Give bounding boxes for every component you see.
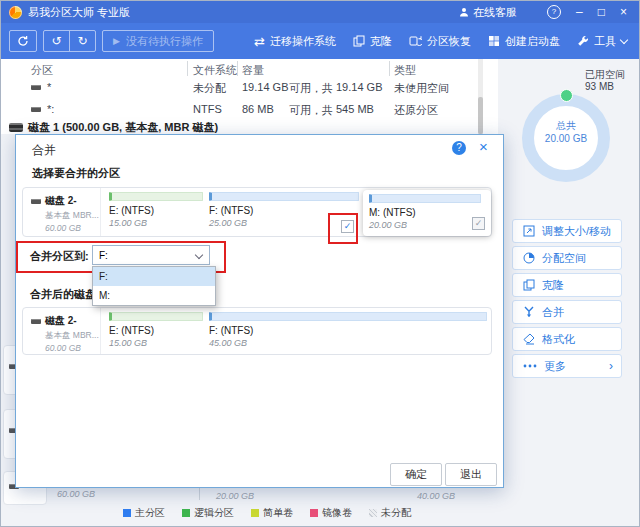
create-boot-disk-label: 创建启动盘 <box>505 34 560 49</box>
clone-action-button[interactable]: 克隆 <box>512 273 622 297</box>
chevron-right-icon: › <box>609 359 613 373</box>
result-f-size: 45.00 GB <box>209 338 487 348</box>
legend-swatch-logical <box>182 509 190 517</box>
partition-f-checkbox[interactable]: ✓ <box>341 220 354 233</box>
result-bar-f <box>209 312 487 321</box>
person-icon <box>459 7 469 17</box>
result-disk-size: 60.00 GB <box>45 343 100 353</box>
partition-bar-e <box>109 192 203 201</box>
undo-redo-group: ↺ ↻ <box>43 30 96 52</box>
partition-m-checkbox[interactable]: ✓ <box>472 217 485 230</box>
disk1-row[interactable]: 磁盘 1 (500.00 GB, 基本盘, MBR 磁盘) <box>9 120 218 135</box>
refresh-icon <box>17 35 29 47</box>
merge-action-button[interactable]: 合并 <box>512 300 622 324</box>
result-disk-subtype: 基本盘 MBR... <box>45 330 100 342</box>
donut-center-text: 总共 20.00 GB <box>522 119 610 145</box>
result-e-size: 15.00 GB <box>109 338 203 348</box>
undo-button[interactable]: ↺ <box>44 31 69 51</box>
dropdown-option-m[interactable]: M: <box>93 286 215 305</box>
dialog-close-icon[interactable]: × <box>479 138 488 155</box>
clone-button[interactable]: 克隆 <box>353 34 392 49</box>
legend-swatch-mirror <box>310 509 318 517</box>
partition-m-size: 20.00 GB <box>369 220 485 230</box>
migrate-os-button[interactable]: ⇄ 迁移操作系统 <box>254 34 336 49</box>
disk-icon <box>31 199 41 204</box>
result-bar-e <box>109 312 203 321</box>
partition-bar-m <box>369 194 481 203</box>
used-space-value: 93 MB <box>585 81 625 93</box>
disk1-label: 磁盘 1 (500.00 GB, 基本盘, MBR 磁盘) <box>28 120 218 135</box>
app-title: 易我分区大师 专业版 <box>28 5 130 20</box>
col-header-partition: 分区 <box>31 63 53 78</box>
play-icon: ▶ <box>113 36 120 46</box>
row1-type: 还原分区 <box>394 103 438 118</box>
dialog-help-icon[interactable]: ? <box>452 141 466 155</box>
merge-dialog: 合并 ? × 选择要合并的分区 磁盘 2- 基本盘 MBR... 60.00 G… <box>15 134 504 488</box>
close-button[interactable]: × <box>620 6 627 18</box>
clone-action-label: 克隆 <box>542 278 564 293</box>
pie-icon <box>523 252 535 264</box>
bg-size-2: 40.00 GB <box>417 491 455 501</box>
table-row[interactable]: *: <box>47 103 54 115</box>
tools-button[interactable]: 工具 <box>577 34 627 49</box>
partition-block-e[interactable]: E: (NTFS) 15.00 GB <box>109 192 203 228</box>
online-service-button[interactable]: 在线客服 <box>459 5 517 20</box>
dropdown-option-f[interactable]: F: <box>93 267 215 286</box>
legend-swatch-simple <box>251 509 259 517</box>
merge-to-label: 合并分区到: <box>30 249 89 264</box>
titlebar: 易我分区大师 专业版 在线客服 ? – □ × <box>1 1 639 23</box>
row1-total: 545 MB <box>336 103 374 115</box>
legend-label: 逻辑分区 <box>194 506 234 520</box>
partition-recovery-label: 分区恢复 <box>427 34 471 49</box>
recovery-icon <box>409 35 422 47</box>
format-button[interactable]: 格式化 <box>512 327 622 351</box>
partition-f-label: F: (NTFS) <box>209 205 359 216</box>
online-service-label: 在线客服 <box>473 5 517 20</box>
partition-recovery-button[interactable]: 分区恢复 <box>409 34 471 49</box>
partition-e-label: E: (NTFS) <box>109 205 203 216</box>
source-disk-info: 磁盘 2- 基本盘 MBR... 60.00 GB <box>23 188 101 236</box>
allocate-space-button[interactable]: 分配空间 <box>512 246 622 270</box>
result-disk-row: 磁盘 2- 基本盘 MBR... 60.00 GB E: (NTFS) 15.0… <box>22 307 492 355</box>
merge-action-label: 合并 <box>542 305 564 320</box>
merge-to-select[interactable]: F: <box>92 245 210 265</box>
partition-bar-f <box>209 192 359 201</box>
merge-icon <box>523 306 535 318</box>
help-icon[interactable]: ? <box>547 5 561 19</box>
ok-button[interactable]: 确定 <box>390 463 442 486</box>
partition-block-m[interactable]: M: (NTFS) 20.00 GB ✓ <box>363 190 491 236</box>
wrench-icon <box>577 35 589 47</box>
chevron-down-icon <box>195 251 203 259</box>
table-scrollbar-thumb[interactable] <box>478 97 483 134</box>
more-label: 更多 <box>544 359 566 374</box>
minimize-button[interactable]: – <box>576 6 583 18</box>
result-disk-name: 磁盘 2- <box>45 314 77 328</box>
toolbar: ↺ ↻ ▶ 没有待执行操作 ⇄ 迁移操作系统 克隆 分区恢复 <box>1 23 639 59</box>
disk-icon <box>9 123 23 132</box>
more-button[interactable]: 更多 › <box>512 354 622 378</box>
maximize-button[interactable]: □ <box>598 6 605 18</box>
bg-size-1: 20.00 GB <box>216 491 254 501</box>
merge-to-value: F: <box>99 250 108 261</box>
resize-move-label: 调整大小/移动 <box>542 224 611 239</box>
legend-swatch-primary <box>123 509 131 517</box>
source-disk-subtype: 基本盘 MBR... <box>45 210 100 222</box>
refresh-button[interactable] <box>9 30 37 52</box>
table-row[interactable]: * <box>47 81 51 93</box>
row0-total: 19.14 GB <box>336 81 382 93</box>
partition-block-f[interactable]: F: (NTFS) 25.00 GB <box>209 192 359 228</box>
result-disk-info: 磁盘 2- 基本盘 MBR... 60.00 GB <box>23 308 101 354</box>
clone-icon <box>353 35 365 47</box>
pending-operations-label: 没有待执行操作 <box>126 34 203 49</box>
resize-move-button[interactable]: 调整大小/移动 <box>512 219 622 243</box>
col-header-capacity: 容量 <box>242 63 264 78</box>
row0-type: 未使用空间 <box>394 81 449 96</box>
used-space-label: 已用空间 <box>585 69 625 81</box>
boot-disk-icon <box>488 35 500 47</box>
row1-free: 86 MB <box>242 103 274 115</box>
create-boot-disk-button[interactable]: 创建启动盘 <box>488 34 560 49</box>
clone-label: 克隆 <box>370 34 392 49</box>
pending-operations-button[interactable]: ▶ 没有待执行操作 <box>102 30 214 52</box>
exit-button[interactable]: 退出 <box>445 463 497 486</box>
redo-button[interactable]: ↻ <box>69 31 95 51</box>
